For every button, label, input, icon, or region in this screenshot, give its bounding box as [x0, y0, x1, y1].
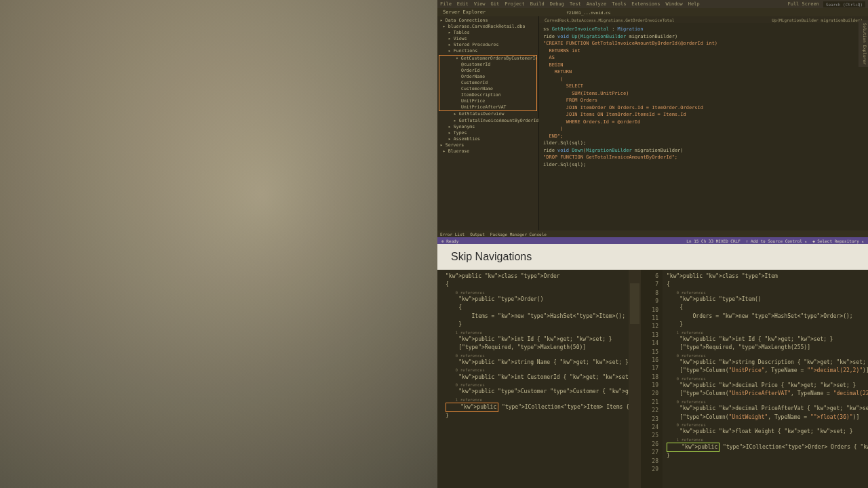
tree-node[interactable]: ▸ GetTotalInvoiceAmountByOrderId — [437, 118, 538, 124]
breadcrumb[interactable]: CarvedRock.DataAccess.Migrations.GetOrde… — [539, 16, 868, 23]
code-line: { — [667, 304, 864, 312]
code-line: "kw">public "type">ICollection<"type">It… — [446, 403, 637, 412]
code-line: Items = "kw">new "type">HashSet<"type">I… — [446, 312, 637, 321]
tree-node[interactable]: ▸ Assemblies — [437, 136, 538, 142]
document-tab[interactable]: f21001_...nvoid.cs — [566, 10, 610, 15]
code-line: WHERE Orders.Id = @orderId — [543, 119, 864, 126]
line-number-gutter: 6789101112131415161718192021222324252627… — [641, 270, 663, 488]
code-line: 0 references — [667, 399, 864, 405]
code-line: AS — [543, 54, 864, 62]
code-line: "kw">public "kw">int Id { "kw">get; "kw"… — [446, 336, 637, 344]
tree-node[interactable]: ▸ bluerose.CarvedRockRetail.dbo — [437, 24, 538, 30]
tree-node[interactable]: ▸ Synonyms — [437, 124, 538, 130]
tree-node[interactable]: ▸ Stored Procedures — [437, 42, 538, 48]
code-line: "kw">public "type">Customer "type">Custo… — [446, 388, 637, 396]
menu-git[interactable]: Git — [491, 1, 500, 7]
tree-node[interactable]: ▸ Functions — [437, 48, 538, 54]
statusbar: ⊕ Ready Ln 15 Ch 33 MIXED CRLF ↑ Add to … — [437, 237, 868, 244]
highlighted-function: ▾ GetCustomerOrdersByCustomerId @custome… — [439, 55, 537, 112]
code-line: "kw">public "kw">string Name { "kw">get;… — [446, 359, 637, 367]
code-line: "kw">public "type">ICollection<"type">Or… — [667, 443, 864, 452]
code-line: "DROP FUNCTION GetTotalInvoiceAmountByOr… — [543, 154, 864, 161]
code-line: SUM(Items.UnitPrice) — [543, 90, 864, 98]
tree-node[interactable]: @customerId — [439, 62, 536, 68]
code-line: "kw">public "type">Item() — [667, 296, 864, 304]
code-line: "kw">public "kw">int CustomerId { "kw">g… — [446, 373, 637, 382]
tree-node[interactable]: ▾ GetCustomerOrdersByCustomerId — [439, 56, 536, 62]
scrollbar[interactable] — [629, 270, 641, 488]
menu-file[interactable]: File — [440, 1, 452, 7]
menu-help[interactable]: Help — [688, 1, 700, 7]
slide-title: Skip Navigations — [437, 244, 868, 270]
menu-debug[interactable]: Debug — [550, 1, 564, 7]
solution-explorer-tab[interactable]: Solution Explorer — [859, 20, 868, 67]
tree-node[interactable]: ▸ GetStatusOverview — [437, 111, 538, 117]
code-line: 0 references — [446, 352, 637, 359]
tree-node[interactable]: ▸ Tables — [437, 30, 538, 36]
select-repository[interactable]: ◆ Select Repository ▴ — [812, 239, 864, 243]
status-ready: ⊕ Ready — [441, 239, 458, 243]
fullscreen-button[interactable]: Full Screen — [787, 1, 818, 7]
code-line: JOIN ItemOrder ON Orders.Id = ItemOrder.… — [543, 104, 864, 112]
menu-edit[interactable]: Edit — [457, 1, 469, 7]
menu-build[interactable]: Build — [530, 1, 545, 7]
breadcrumb-namespace[interactable]: CarvedRock.DataAccess.Migrations.GetOrde… — [542, 18, 677, 22]
menubar: FileEditViewGitProjectBuildDebugTestAnal… — [437, 0, 868, 8]
tree-node[interactable]: ItemDescription — [439, 92, 536, 98]
add-to-source-control[interactable]: ↑ Add to Source Control ▴ — [746, 239, 807, 243]
tree-node[interactable]: OrderName — [439, 74, 536, 80]
code-line: END"; — [543, 133, 864, 140]
bottom-tool-tabs: Error ListOutputPackage Manager Console — [437, 230, 868, 237]
order-class-code[interactable]: "kw">public "kw">class "type">Order{ 0 r… — [437, 270, 641, 488]
code-line: ilder.Sql(sql); — [543, 161, 864, 169]
tree-node[interactable]: ▸ Bluerose — [437, 148, 538, 155]
tree-node[interactable]: ▸ Types — [437, 130, 538, 136]
menu-window[interactable]: Window — [666, 1, 683, 7]
bottom-tab[interactable]: Package Manager Console — [490, 232, 547, 237]
menu-tools[interactable]: Tools — [612, 1, 626, 7]
breadcrumb-method[interactable]: Up(MigrationBuilder migrationBuilder) — [769, 18, 865, 22]
code-line: "kw">public "kw">decimal Price { "kw">ge… — [667, 382, 864, 390]
tree-node[interactable]: ▸ Views — [437, 36, 538, 42]
code-line: RETURN — [543, 68, 864, 76]
tree-node[interactable]: CustomerName — [439, 86, 536, 92]
tree-node[interactable]: ▸ Data Connections — [437, 18, 538, 24]
code-line: ["type">Required, "type">MaxLength(50)] — [446, 344, 637, 352]
code-line: 0 references — [446, 382, 637, 388]
code-line: 1 reference — [667, 436, 864, 443]
toolbar: Server Explorer f21001_...nvoid.cs — [437, 8, 868, 16]
code-line: ( — [543, 76, 864, 83]
menu-project[interactable]: Project — [505, 1, 525, 7]
menu-analyze[interactable]: Analyze — [587, 1, 607, 7]
item-class-code[interactable]: 6789101112131415161718192021222324252627… — [641, 270, 868, 488]
code-line: "kw">public "kw">class "type">Order — [446, 272, 637, 281]
tree-node[interactable]: OrderId — [439, 68, 536, 74]
code-line: } — [446, 412, 637, 420]
code-line: JOIN Items ON ItemOrder.ItemsId = Items.… — [543, 111, 864, 119]
code-line: 0 references — [667, 289, 864, 296]
code-line: ["type">Column("UnitWeight", TypeName = … — [667, 413, 864, 422]
code-line: ilder.Sql(sql); — [543, 140, 864, 147]
code-line: 0 references — [667, 375, 864, 382]
tree-node[interactable]: CustomerId — [439, 80, 536, 86]
code-line: 0 references — [446, 289, 637, 296]
tree-node[interactable]: UnitPriceAfterVAT — [439, 104, 536, 110]
bottom-tab[interactable]: Output — [470, 232, 485, 237]
cursor-position: Ln 15 Ch 33 MIXED CRLF — [686, 239, 740, 243]
code-line: { — [667, 281, 864, 289]
code-editor[interactable]: CarvedRock.DataAccess.Migrations.GetOrde… — [539, 16, 868, 230]
menu-extensions[interactable]: Extensions — [631, 1, 660, 7]
code-line: ["type">Column("UnitPriceAfterVAT", Type… — [667, 390, 864, 398]
code-line: ["type">Required, "type">MaxLength(255)] — [667, 344, 864, 352]
tree-node[interactable]: UnitPrice — [439, 98, 536, 104]
code-line: Orders = "kw">new "type">HashSet<"type">… — [667, 312, 864, 321]
menu-test[interactable]: Test — [570, 1, 581, 7]
search-input[interactable]: Search (Ctrl+Q) — [823, 1, 865, 7]
bottom-tab[interactable]: Error List — [440, 232, 465, 237]
menu-view[interactable]: View — [474, 1, 486, 7]
tree-node[interactable]: ▸ Servers — [437, 142, 538, 148]
code-line: "kw">public "kw">float Weight { "kw">get… — [667, 428, 864, 436]
code-line: } — [667, 452, 864, 460]
code-line: ["type">Column("UnitPrice", TypeName = "… — [667, 367, 864, 375]
code-line: RETURNS int — [543, 47, 864, 55]
